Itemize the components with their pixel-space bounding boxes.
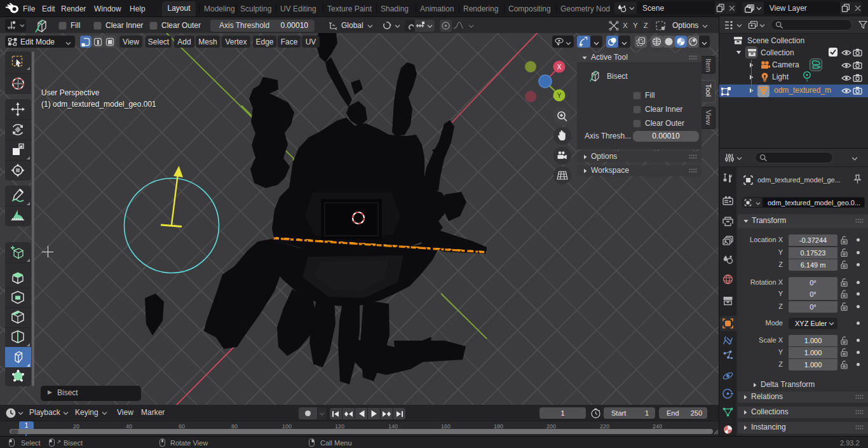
svg-text:Y: Y — [557, 92, 562, 99]
svg-text:X: X — [557, 64, 562, 71]
